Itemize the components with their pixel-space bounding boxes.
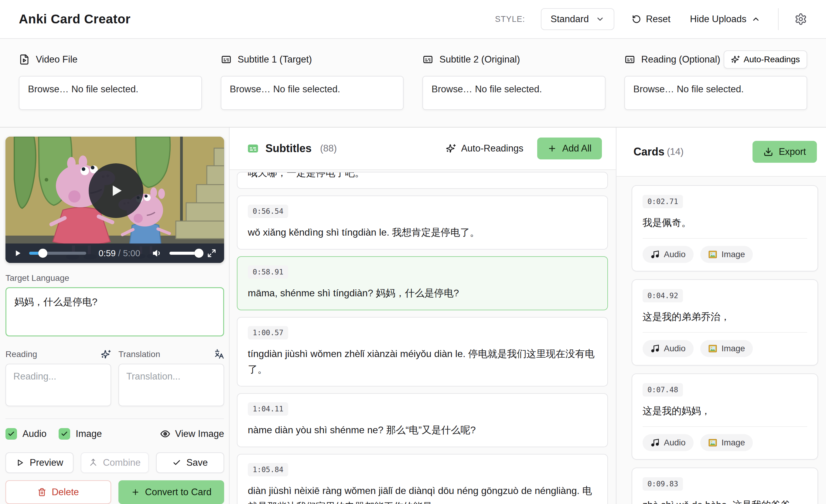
- upload-video-file: Video File Browse… No file selected.: [19, 50, 202, 110]
- subtitle-item[interactable]: 0:56.54wǒ xiǎng kěndìng shì tíngdiàn le.…: [237, 195, 608, 250]
- view-image-button[interactable]: View Image: [160, 428, 224, 439]
- captions-icon: [624, 54, 635, 65]
- reset-label: Reset: [646, 14, 670, 24]
- video-file-icon: [19, 54, 30, 65]
- cards-title: Cards: [634, 145, 664, 158]
- editor-panel: 0:59 / 5:00 Target Language 妈妈，什么是停电? R: [0, 128, 230, 504]
- sparkles-icon[interactable]: [101, 349, 111, 360]
- card-item[interactable]: 0:04.92这是我的弟弟乔治，AudioImage: [632, 279, 818, 366]
- image-badge: Image: [700, 340, 753, 357]
- music-note-icon: [650, 438, 660, 447]
- captions-icon: [221, 54, 232, 65]
- video-player[interactable]: 0:59 / 5:00: [5, 137, 224, 263]
- reset-button[interactable]: Reset: [630, 13, 672, 25]
- chevron-down-icon: [595, 14, 605, 24]
- eye-icon: [160, 429, 170, 439]
- trash-icon: [38, 488, 46, 496]
- image-checkbox[interactable]: [59, 428, 70, 440]
- merge-icon: [89, 458, 98, 467]
- card-timestamp: 0:07.48: [643, 383, 683, 396]
- subtitle-timestamp: 1:05.84: [248, 463, 288, 477]
- subtitle-item[interactable]: 0:58.91māma, shénme shì tíngdiàn? 妈妈，什么是…: [237, 256, 608, 310]
- video-progress-bar[interactable]: [29, 252, 86, 255]
- play-icon[interactable]: [13, 249, 22, 257]
- upload-subtitle-1: Subtitle 1 (Target) Browse… No file sele…: [221, 50, 404, 110]
- video-file-input[interactable]: Browse… No file selected.: [19, 76, 202, 110]
- auto-readings-label: Auto-Readings: [744, 55, 800, 64]
- download-icon: [763, 147, 773, 157]
- subtitles-header: Subtitles (88) Auto-Readings Add All: [230, 128, 616, 170]
- subtitles-panel: Subtitles (88) Auto-Readings Add All: [230, 128, 616, 504]
- subtitles-title: Subtitles: [266, 142, 311, 155]
- picture-icon: [708, 438, 717, 447]
- subtitle-timestamp: 1:04.11: [248, 402, 288, 416]
- translation-field[interactable]: [118, 364, 224, 406]
- reading-label: Reading: [5, 350, 37, 359]
- volume-icon[interactable]: [153, 248, 162, 258]
- subtitle-list[interactable]: 哦天哪，一定是停电了吧。 0:56.54wǒ xiǎng kěndìng shì…: [230, 170, 616, 504]
- hide-uploads-label: Hide Uploads: [690, 14, 747, 24]
- image-checkbox-label: Image: [76, 428, 102, 439]
- convert-to-card-button[interactable]: Convert to Card: [118, 480, 224, 504]
- subtitle-item[interactable]: 1:05.84diàn jiùshì nèixiē ràng wǒmen jiā…: [237, 454, 608, 504]
- upload-label: Video File: [36, 54, 77, 65]
- subtitle-text: māma, shénme shì tíngdiàn? 妈妈，什么是停电?: [248, 286, 597, 301]
- sparkles-icon: [446, 143, 456, 153]
- auto-readings-button[interactable]: Auto-Readings: [724, 50, 807, 69]
- card-list[interactable]: 0:02.71我是佩奇。AudioImage0:04.92这是我的弟弟乔治，Au…: [616, 177, 826, 504]
- save-button[interactable]: Save: [156, 452, 224, 473]
- auto-readings-button-subtitles[interactable]: Auto-Readings: [446, 143, 523, 154]
- card-item[interactable]: 0:09.83zhè shì wǒ de bàba. 这是我的爸爸。AudioI…: [632, 467, 818, 504]
- fullscreen-icon[interactable]: [207, 249, 216, 258]
- card-item[interactable]: 0:07.48这是我的妈妈，AudioImage: [632, 373, 818, 460]
- subtitle-timestamp: 0:58.91: [248, 265, 288, 279]
- subtitle-2-input[interactable]: Browse… No file selected.: [422, 76, 605, 110]
- play-outline-icon: [16, 458, 24, 467]
- settings-gear-icon[interactable]: [794, 13, 807, 25]
- reset-icon: [632, 14, 641, 24]
- captions-icon: [422, 54, 433, 65]
- card-text: 我是佩奇。: [643, 216, 807, 230]
- video-controls: 0:59 / 5:00: [5, 244, 224, 263]
- sparkles-icon: [731, 55, 740, 64]
- card-text: 这是我的弟弟乔治，: [643, 310, 807, 324]
- export-button[interactable]: Export: [753, 141, 817, 163]
- plus-icon: [547, 144, 556, 153]
- card-timestamp: 0:04.92: [643, 289, 683, 302]
- combine-button[interactable]: Combine: [81, 452, 149, 473]
- video-progress-thumb[interactable]: [38, 249, 47, 258]
- target-language-label: Target Language: [5, 273, 224, 283]
- card-divider: [643, 332, 807, 333]
- reading-input[interactable]: Browse… No file selected.: [624, 76, 808, 110]
- card-divider: [643, 238, 807, 239]
- subtitle-timestamp: 0:56.54: [248, 205, 288, 218]
- volume-slider[interactable]: [169, 252, 200, 255]
- hide-uploads-button[interactable]: Hide Uploads: [688, 13, 762, 25]
- upload-subtitle-2: Subtitle 2 (Original) Browse… No file se…: [422, 50, 605, 110]
- cards-count: (14): [667, 146, 684, 157]
- audio-checkbox[interactable]: [5, 428, 17, 440]
- video-play-overlay-button[interactable]: [89, 163, 143, 218]
- header-divider: [778, 8, 779, 30]
- audio-badge: Audio: [643, 434, 694, 451]
- preview-button[interactable]: Preview: [5, 452, 73, 473]
- image-badge: Image: [700, 434, 753, 451]
- add-all-button[interactable]: Add All: [537, 137, 602, 160]
- delete-button[interactable]: Delete: [5, 480, 111, 504]
- subtitle-item-partial[interactable]: 哦天哪，一定是停电了吧。: [237, 172, 608, 189]
- translate-icon[interactable]: [214, 349, 224, 360]
- volume-thumb[interactable]: [194, 249, 203, 258]
- audio-checkbox-label: Audio: [22, 428, 47, 439]
- style-dropdown[interactable]: Standard: [541, 8, 614, 30]
- reading-field[interactable]: [5, 364, 111, 406]
- card-text: zhè shì wǒ de bàba. 这是我的爸爸。: [643, 499, 807, 504]
- subtitle-item[interactable]: 1:00.57tíngdiàn jiùshì wǒmen zhèlǐ xiànz…: [237, 317, 608, 387]
- target-language-textarea[interactable]: 妈妈，什么是停电?: [5, 287, 224, 336]
- subtitle-item[interactable]: 1:04.11nàme diàn yòu shì shénme ne? 那么“电…: [237, 393, 608, 447]
- subtitle-1-input[interactable]: Browse… No file selected.: [221, 76, 404, 110]
- captions-icon-green: [247, 142, 259, 155]
- subtitle-text: tíngdiàn jiùshì wǒmen zhèlǐ xiànzài méiy…: [248, 346, 597, 378]
- card-item[interactable]: 0:02.71我是佩奇。AudioImage: [632, 185, 818, 271]
- subtitle-text: diàn jiùshì nèixiē ràng wǒmen jiālǐ de d…: [248, 483, 597, 504]
- main-content: 0:59 / 5:00 Target Language 妈妈，什么是停电? R: [0, 128, 826, 504]
